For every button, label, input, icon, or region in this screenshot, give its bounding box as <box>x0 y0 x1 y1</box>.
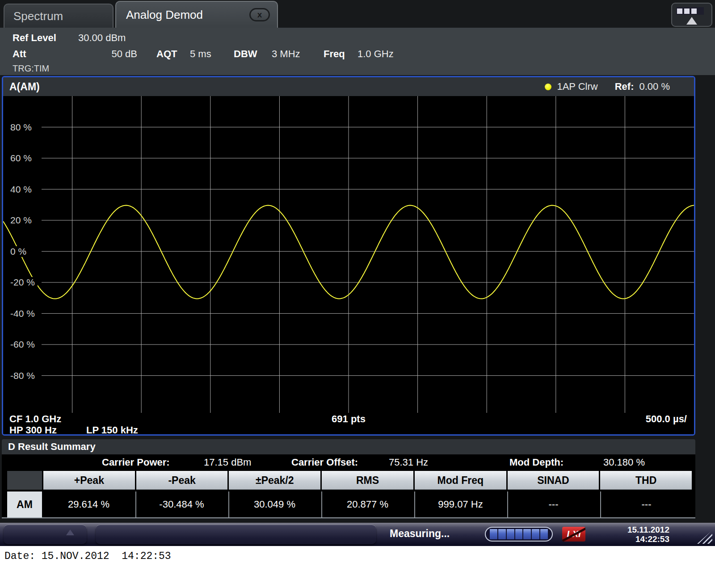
am-waveform-window: A(AM) 1AP Clrw Ref: 0.00 % 80 %60 %40 %2… <box>2 76 695 436</box>
softkey-bar-icon <box>676 7 704 15</box>
measurement-progress-bar <box>485 527 553 542</box>
result-table: +Peak-Peak±Peak/2RMSMod FreqSINADTHD AM … <box>2 471 695 518</box>
taskbar-button-left[interactable] <box>4 525 87 544</box>
result-column-header: +Peak <box>43 471 135 490</box>
result-value-cell: --- <box>507 491 599 517</box>
chart-title: A(AM) <box>9 81 40 93</box>
result-table-corner-cell <box>7 471 42 490</box>
time-per-division: 500.0 µs/ <box>646 413 687 425</box>
progress-segment <box>540 529 548 539</box>
taskbar-button-wide[interactable] <box>96 525 376 544</box>
result-column-header: Mod Freq <box>415 471 506 490</box>
carrier-offset-label: Carrier Offset: <box>291 457 358 468</box>
result-value-cell: --- <box>600 491 692 517</box>
result-column-header: RMS <box>322 471 413 490</box>
tab-analog-demod-label: Analog Demod <box>126 8 203 22</box>
trace-legend-label: 1AP Clrw <box>557 81 597 92</box>
close-tab-icon[interactable]: x <box>249 8 270 21</box>
progress-segment <box>515 529 523 539</box>
resize-grip-icon[interactable] <box>697 530 712 544</box>
ref-level-value: 30.00 dBm <box>78 32 126 44</box>
aqt-value: 5 ms <box>190 48 211 60</box>
screenshot-date-caption: Date: 15.NOV.2012 14:22:53 <box>4 550 171 562</box>
progress-segment <box>498 529 506 539</box>
ref-label: Ref: <box>615 81 634 92</box>
sweep-points: 691 pts <box>3 413 694 425</box>
waveform-plot: 80 %60 %40 %20 %0 %-20 %-40 %-60 %-80 % <box>3 96 694 413</box>
chart-header: A(AM) 1AP Clrw Ref: 0.00 % <box>3 77 694 96</box>
taskbar-button-arrow-icon <box>66 529 74 535</box>
screenshot-page: Spectrum Analog Demod x Ref Level 30.00 … <box>0 0 715 588</box>
result-value-cell: 29.614 % <box>43 491 134 517</box>
status-date: 15.11.2012 <box>617 525 669 534</box>
dbw-label: DBW <box>234 48 257 60</box>
y-axis-tick-label: -20 % <box>10 277 38 288</box>
softkey-display-button[interactable] <box>671 3 712 27</box>
result-column-header: -Peak <box>136 471 228 490</box>
progress-segment <box>523 529 531 539</box>
y-axis-tick-label: 0 % <box>10 246 29 257</box>
lowpass-filter: LP 150 kHz <box>86 424 138 436</box>
ref-level-label: Ref Level <box>13 32 56 44</box>
ref-value: 0.00 % <box>639 81 670 92</box>
tab-spectrum[interactable]: Spectrum <box>4 4 114 28</box>
result-table-value-row: AM 29.614 %-30.484 %30.049 %20.877 %999.… <box>7 491 692 517</box>
progress-segment <box>532 529 539 539</box>
status-time: 14:22:53 <box>617 534 669 544</box>
arrow-up-icon <box>686 17 697 25</box>
y-axis-tick-label: 20 % <box>10 215 34 226</box>
status-bar: Measuring... LXI 15.11.2012 14:22:53 <box>0 523 715 546</box>
mod-depth-label: Mod Depth: <box>509 457 564 468</box>
progress-segment <box>490 529 497 539</box>
result-column-header: THD <box>600 471 692 490</box>
att-value: 50 dB <box>78 48 137 60</box>
progress-segment <box>507 529 514 539</box>
trigger-status: TRG:TIM <box>13 63 49 74</box>
result-column-header: ±Peak/2 <box>229 471 320 490</box>
lxi-status-icon: LXI <box>562 527 585 542</box>
dbw-value: 3 MHz <box>272 48 300 60</box>
carrier-power-value: 17.15 dBm <box>204 457 251 468</box>
result-value-cell: 20.877 % <box>321 491 413 517</box>
y-axis-tick-label: -40 % <box>10 308 38 319</box>
y-axis-tick-label: 40 % <box>10 184 34 195</box>
tab-analog-demod[interactable]: Analog Demod x <box>115 1 278 28</box>
result-table-header-row: +Peak-Peak±Peak/2RMSMod FreqSINADTHD <box>7 471 692 490</box>
trace-color-dot-icon <box>545 84 551 90</box>
freq-value: 1.0 GHz <box>358 48 394 60</box>
result-summary-window: D Result Summary Carrier Power: 17.15 dB… <box>2 439 695 518</box>
measurement-header: Ref Level 30.00 dBm Att 50 dB AQT 5 ms D… <box>0 28 715 75</box>
y-axis-tick-label: 60 % <box>10 153 34 164</box>
result-row-label: AM <box>7 491 42 517</box>
y-axis-tick-label: 80 % <box>10 122 34 133</box>
att-label: Att <box>13 48 26 60</box>
result-value-cell: -30.484 % <box>135 491 227 517</box>
waveform-svg <box>3 96 694 413</box>
highpass-filter: HP 300 Hz <box>9 424 57 436</box>
analyzer-app: Spectrum Analog Demod x Ref Level 30.00 … <box>0 0 715 546</box>
chart-footer: CF 1.0 GHz 691 pts 500.0 µs/ HP 300 Hz L… <box>3 413 694 434</box>
result-column-header: SINAD <box>508 471 599 490</box>
result-value-cell: 999.07 Hz <box>414 491 506 517</box>
tab-spectrum-label: Spectrum <box>13 9 63 23</box>
result-value-cell: 30.049 % <box>228 491 320 517</box>
y-axis-tick-label: -80 % <box>10 370 38 381</box>
carrier-offset-value: 75.31 Hz <box>389 457 428 468</box>
aqt-label: AQT <box>156 48 177 60</box>
carrier-info-row: Carrier Power: 17.15 dBm Carrier Offset:… <box>2 454 695 471</box>
mod-depth-value: 30.180 % <box>603 457 645 468</box>
trace-legend: 1AP Clrw Ref: 0.00 % <box>545 81 670 92</box>
measuring-status: Measuring... <box>390 528 450 540</box>
datetime-display: 15.11.2012 14:22:53 <box>617 525 669 544</box>
result-summary-title: D Result Summary <box>2 439 695 454</box>
carrier-power-label: Carrier Power: <box>102 457 170 468</box>
freq-label: Freq <box>324 48 345 60</box>
y-axis-tick-label: -60 % <box>10 339 38 350</box>
